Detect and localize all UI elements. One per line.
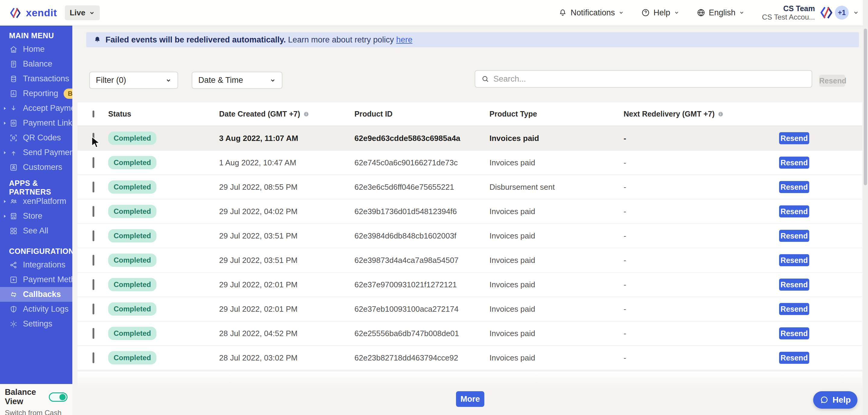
table-row: Completed 1 Aug 2022, 10:47 AM 62e745c0a… [78,150,862,175]
cell-date-created: 29 Jul 2022, 02:01 PM [219,305,354,314]
row-checkbox[interactable] [93,352,94,363]
banner-here-link[interactable]: here [396,35,412,44]
cell-next-redelivery: - [624,305,775,314]
cell-product-id: 62e9ed63cdde5863c6985a4a [354,134,490,143]
help-fab-label: Help [832,395,851,405]
sidebar-item-send-payments[interactable]: Send Payments [0,145,72,160]
cell-next-redelivery: - [624,182,775,192]
language-menu[interactable]: English [697,8,745,18]
sidebar-item-qr-codes[interactable]: QR Codes [0,130,72,145]
notifications-menu[interactable]: Notifications [558,8,624,18]
row-resend-button[interactable]: Resend [779,327,809,339]
xendit-logo-icon [9,7,22,19]
cell-date-created: 29 Jul 2022, 03:51 PM [219,231,354,241]
sidebar-item-balance[interactable]: Balance [0,57,72,71]
sidebar-item-store[interactable]: Store [0,209,72,223]
cell-next-redelivery: - [624,207,775,216]
sidebar-item-payment-links[interactable]: Payment Links [0,116,72,130]
more-button[interactable]: More [456,391,484,407]
sidebar-item-customers[interactable]: Customers [0,160,72,175]
row-resend-button[interactable]: Resend [779,230,809,242]
row-checkbox[interactable] [93,328,94,339]
scroll-fade [78,372,862,389]
info-icon[interactable] [718,111,724,117]
account-team-name: CS Team [762,4,815,13]
reporting-icon [9,89,18,98]
sidebar-section: MAIN MENU Home Balance Transactions Repo… [0,29,72,175]
table-body: Completed 3 Aug 2022, 11:07 AM 62e9ed63c… [78,126,862,370]
chevron-down-icon [165,77,172,83]
sidebar-item-accept-payments[interactable]: Accept Payments [0,101,72,116]
sidebar-item-settings[interactable]: Settings [0,316,72,331]
row-resend-button[interactable]: Resend [779,254,809,266]
row-resend-button[interactable]: Resend [779,352,809,364]
cell-date-created: 29 Jul 2022, 02:01 PM [219,280,354,289]
sidebar-item-payment-methods[interactable]: Payment Methods [0,272,72,287]
sidebar-item-transactions[interactable]: Transactions [0,71,72,86]
status-badge: Completed [108,327,156,340]
page-scrollbar[interactable] [863,0,868,415]
account-menu[interactable]: CS Team CS Test Accou... +1 [762,4,859,22]
cell-next-redelivery: - [624,329,775,338]
row-checkbox[interactable] [93,133,94,144]
chevron-down-icon [739,10,744,15]
sidebar: MAIN MENU Home Balance Transactions Repo… [0,26,72,384]
table-header-row: Status Date Created (GMT +7) Product ID … [78,102,862,126]
sidebar-item-xenplatform[interactable]: xenPlatform [0,194,72,209]
row-checkbox[interactable] [93,304,94,314]
row-checkbox[interactable] [93,157,94,168]
row-resend-button[interactable]: Resend [779,303,809,315]
row-resend-button[interactable]: Resend [779,157,809,169]
balance-icon [9,60,18,69]
row-resend-button[interactable]: Resend [779,132,809,144]
sidebar-item-reporting[interactable]: Reporting Beta [0,86,72,101]
search-input[interactable] [493,74,806,84]
table-row: Completed 29 Jul 2022, 02:01 PM 62e37eb1… [78,297,862,321]
cell-next-redelivery: - [624,231,775,241]
help-menu[interactable]: Help [641,8,679,18]
sidebar-item-activity-logs[interactable]: Activity Logs [0,302,72,316]
row-checkbox[interactable] [93,206,94,217]
row-checkbox[interactable] [93,279,94,290]
scrollbar-thumb[interactable] [864,29,867,185]
cell-product-id: 62e25556ba6db747b008de01 [354,329,490,338]
info-icon[interactable] [303,111,309,117]
row-checkbox[interactable] [93,255,94,266]
help-fab-button[interactable]: Help [813,391,858,409]
table-row: Completed 29 Jul 2022, 03:51 PM 62e39873… [78,248,862,273]
sidebar-item-see-all[interactable]: See All [0,223,72,238]
table-row: Completed 28 Jul 2022, 04:52 PM 62e25556… [78,321,862,346]
account-subaccount-name: CS Test Accou... [762,13,815,22]
expand-caret-icon [2,214,7,219]
row-resend-button[interactable]: Resend [779,279,809,290]
row-resend-button[interactable]: Resend [779,205,809,217]
environment-switcher[interactable]: Live [65,5,100,20]
customers-icon [9,163,18,172]
sidebar-item-integrations[interactable]: Integrations [0,257,72,272]
table-row: Completed 29 Jul 2022, 08:55 PM 62e3e6c5… [78,175,862,199]
select-all-checkbox[interactable] [93,110,94,117]
cell-date-created: 28 Jul 2022, 03:02 PM [219,353,354,362]
balance-view-toggle[interactable] [49,392,67,402]
sidebar-section-title: APPS & PARTNERS [0,181,72,194]
help-label: Help [653,8,670,18]
callbacks-table: Status Date Created (GMT +7) Product ID … [78,102,862,370]
row-checkbox[interactable] [93,182,94,193]
beta-badge: Beta [64,89,72,99]
settings-icon [9,319,18,328]
row-resend-button[interactable]: Resend [779,181,809,193]
filter-row: Filter (0) Date & Time [89,72,282,89]
sidebar-item-callbacks[interactable]: Callbacks [0,287,72,302]
expand-caret-icon [2,199,7,204]
status-badge: Completed [108,302,156,316]
row-checkbox[interactable] [93,231,94,241]
chevron-down-icon [270,77,276,83]
bulk-resend-button[interactable]: Resend [819,75,845,87]
date-time-dropdown[interactable]: Date & Time [192,72,282,89]
filter-dropdown[interactable]: Filter (0) [89,72,178,89]
toggle-knob [59,394,66,400]
cell-next-redelivery: - [624,134,775,143]
cell-product-id: 62e37eb10093100aca272174 [354,305,490,314]
sidebar-item-home[interactable]: Home [0,42,72,57]
balance-view-description: Switch from Cash to Balance View [5,409,67,415]
